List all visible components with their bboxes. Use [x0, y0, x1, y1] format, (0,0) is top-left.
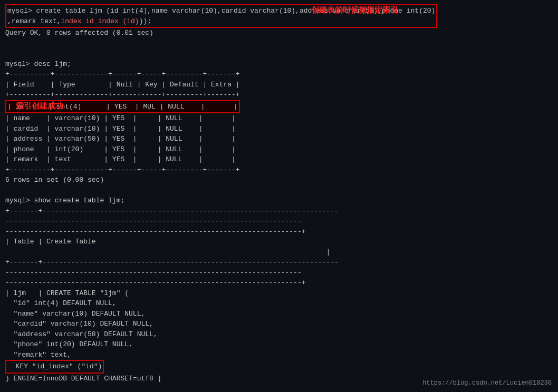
terminal-content: mysql> create table ljm (id int(4),name … — [5, 4, 553, 384]
create-output-line7: "remark" text, — [5, 351, 71, 359]
create-output-line3: "name" varchar(10) DEFAULT NULL, — [5, 310, 145, 318]
show-div5: ----------------------------------------… — [5, 279, 306, 287]
terminal-window: mysql> create table ljm (id int(4),name … — [0, 0, 558, 392]
create-output-line6: "phone" int(20) DEFAULT NULL, — [5, 340, 133, 348]
table-row-remark: | remark | text | YES | | NULL | | — [5, 155, 236, 163]
show-div2: ----------------------------------------… — [5, 217, 302, 225]
show-div1: +-------+-------------------------------… — [5, 207, 339, 215]
show-header-end: ----------------------------------------… — [5, 228, 306, 236]
desc-command: mysql> desc ljm; — [5, 60, 71, 68]
table-top-border: +----------+-------------+------+-----+-… — [5, 70, 240, 78]
create-index-annotation: 创建表的时候就指定索引 — [311, 4, 398, 16]
index-highlight: index id_index (id) — [61, 17, 139, 25]
show-cursor-line: | — [5, 248, 330, 256]
page-url: https://blog.csdn.net/Lucien010230 — [422, 378, 552, 388]
table-row-id: | id | int(4) | YES | MUL | NULL | |索引创建… — [5, 100, 240, 114]
table-row-address: | address | varchar(50) | YES | | NULL |… — [5, 135, 236, 143]
query-ok: Query OK, 0 rows affected (0.01 sec) — [5, 29, 153, 37]
create-output-line5: "address" varchar(50) DEFAULT NULL, — [5, 330, 158, 338]
table-bottom-border: +----------+-------------+------+-----+-… — [5, 166, 240, 174]
create-output-line1: | ljm | CREATE TABLE "ljm" ( — [5, 289, 129, 297]
create-output-line2: "id" int(4) DEFAULT NULL, — [5, 299, 117, 307]
show-header: | Table | Create Table — [5, 238, 339, 246]
index-success-annotation: 索引创建成功 — [16, 100, 63, 112]
table-header: | Field | Type | Null | Key | Default | … — [5, 81, 240, 89]
create-output-line4: "cardid" varchar(10) DEFAULT NULL, — [5, 320, 153, 328]
show-command: mysql> show create table ljm; — [5, 197, 124, 204]
key-line-highlight: KEY "id_index" ("id") — [5, 360, 104, 374]
show-div3: +-------+-------------------------------… — [5, 258, 339, 266]
table-row-name: | name | varchar(10) | YES | | NULL | | — [5, 114, 236, 122]
rows-result: 6 rows in set (0.00 sec) — [5, 176, 104, 184]
create-output-engine: ) ENGINE=InnoDB DEFAULT CHARSET=utf8 | — [5, 375, 161, 383]
table-header-border: +----------+-------------+------+-----+-… — [5, 91, 240, 99]
table-row-phone: | phone | int(20) | YES | | NULL | | — [5, 145, 236, 153]
table-row-cardid: | cardid | varchar(10) | YES | | NULL | … — [5, 125, 236, 133]
create-command-wrapper: mysql> create table ljm (id int(4),name … — [5, 4, 553, 38]
show-div4: ----------------------------------------… — [5, 269, 302, 277]
